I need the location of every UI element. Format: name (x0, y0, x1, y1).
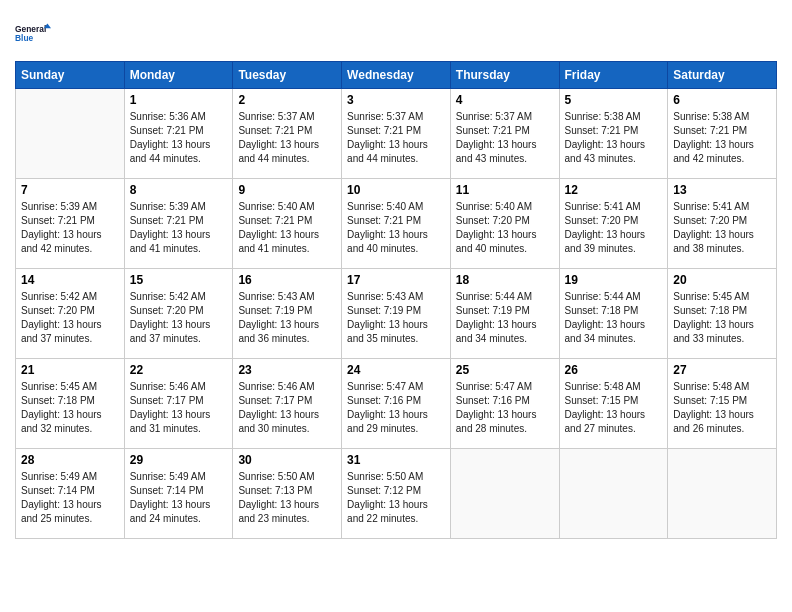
calendar-cell: 14Sunrise: 5:42 AM Sunset: 7:20 PM Dayli… (16, 269, 125, 359)
day-info: Sunrise: 5:39 AM Sunset: 7:21 PM Dayligh… (21, 200, 119, 256)
calendar-cell: 6Sunrise: 5:38 AM Sunset: 7:21 PM Daylig… (668, 89, 777, 179)
day-info: Sunrise: 5:50 AM Sunset: 7:13 PM Dayligh… (238, 470, 336, 526)
day-number: 22 (130, 363, 228, 377)
day-number: 11 (456, 183, 554, 197)
day-info: Sunrise: 5:45 AM Sunset: 7:18 PM Dayligh… (21, 380, 119, 436)
calendar-cell: 23Sunrise: 5:46 AM Sunset: 7:17 PM Dayli… (233, 359, 342, 449)
day-info: Sunrise: 5:47 AM Sunset: 7:16 PM Dayligh… (347, 380, 445, 436)
calendar-cell: 7Sunrise: 5:39 AM Sunset: 7:21 PM Daylig… (16, 179, 125, 269)
calendar-cell: 13Sunrise: 5:41 AM Sunset: 7:20 PM Dayli… (668, 179, 777, 269)
day-info: Sunrise: 5:37 AM Sunset: 7:21 PM Dayligh… (238, 110, 336, 166)
day-info: Sunrise: 5:49 AM Sunset: 7:14 PM Dayligh… (21, 470, 119, 526)
day-number: 3 (347, 93, 445, 107)
day-number: 7 (21, 183, 119, 197)
day-number: 28 (21, 453, 119, 467)
calendar-cell: 22Sunrise: 5:46 AM Sunset: 7:17 PM Dayli… (124, 359, 233, 449)
calendar-cell: 17Sunrise: 5:43 AM Sunset: 7:19 PM Dayli… (342, 269, 451, 359)
day-number: 31 (347, 453, 445, 467)
day-number: 17 (347, 273, 445, 287)
calendar-cell: 21Sunrise: 5:45 AM Sunset: 7:18 PM Dayli… (16, 359, 125, 449)
day-number: 6 (673, 93, 771, 107)
calendar-cell (559, 449, 668, 539)
calendar-cell: 9Sunrise: 5:40 AM Sunset: 7:21 PM Daylig… (233, 179, 342, 269)
calendar-cell: 16Sunrise: 5:43 AM Sunset: 7:19 PM Dayli… (233, 269, 342, 359)
calendar-cell: 11Sunrise: 5:40 AM Sunset: 7:20 PM Dayli… (450, 179, 559, 269)
weekday-header-tuesday: Tuesday (233, 62, 342, 89)
day-number: 13 (673, 183, 771, 197)
weekday-header-saturday: Saturday (668, 62, 777, 89)
day-info: Sunrise: 5:40 AM Sunset: 7:20 PM Dayligh… (456, 200, 554, 256)
calendar-cell: 8Sunrise: 5:39 AM Sunset: 7:21 PM Daylig… (124, 179, 233, 269)
day-info: Sunrise: 5:37 AM Sunset: 7:21 PM Dayligh… (456, 110, 554, 166)
week-row-4: 21Sunrise: 5:45 AM Sunset: 7:18 PM Dayli… (16, 359, 777, 449)
weekday-header-friday: Friday (559, 62, 668, 89)
day-info: Sunrise: 5:48 AM Sunset: 7:15 PM Dayligh… (673, 380, 771, 436)
calendar-cell: 15Sunrise: 5:42 AM Sunset: 7:20 PM Dayli… (124, 269, 233, 359)
day-info: Sunrise: 5:44 AM Sunset: 7:18 PM Dayligh… (565, 290, 663, 346)
calendar-cell (668, 449, 777, 539)
day-info: Sunrise: 5:44 AM Sunset: 7:19 PM Dayligh… (456, 290, 554, 346)
calendar-cell: 31Sunrise: 5:50 AM Sunset: 7:12 PM Dayli… (342, 449, 451, 539)
day-info: Sunrise: 5:37 AM Sunset: 7:21 PM Dayligh… (347, 110, 445, 166)
calendar-cell: 10Sunrise: 5:40 AM Sunset: 7:21 PM Dayli… (342, 179, 451, 269)
day-number: 8 (130, 183, 228, 197)
day-info: Sunrise: 5:49 AM Sunset: 7:14 PM Dayligh… (130, 470, 228, 526)
day-number: 27 (673, 363, 771, 377)
day-number: 14 (21, 273, 119, 287)
day-number: 23 (238, 363, 336, 377)
day-info: Sunrise: 5:43 AM Sunset: 7:19 PM Dayligh… (347, 290, 445, 346)
day-info: Sunrise: 5:38 AM Sunset: 7:21 PM Dayligh… (565, 110, 663, 166)
day-number: 10 (347, 183, 445, 197)
day-number: 9 (238, 183, 336, 197)
calendar-cell: 1Sunrise: 5:36 AM Sunset: 7:21 PM Daylig… (124, 89, 233, 179)
day-number: 24 (347, 363, 445, 377)
weekday-header-thursday: Thursday (450, 62, 559, 89)
calendar-cell: 19Sunrise: 5:44 AM Sunset: 7:18 PM Dayli… (559, 269, 668, 359)
calendar-cell: 30Sunrise: 5:50 AM Sunset: 7:13 PM Dayli… (233, 449, 342, 539)
day-info: Sunrise: 5:40 AM Sunset: 7:21 PM Dayligh… (347, 200, 445, 256)
day-number: 19 (565, 273, 663, 287)
calendar-cell: 26Sunrise: 5:48 AM Sunset: 7:15 PM Dayli… (559, 359, 668, 449)
week-row-1: 1Sunrise: 5:36 AM Sunset: 7:21 PM Daylig… (16, 89, 777, 179)
weekday-header-monday: Monday (124, 62, 233, 89)
day-number: 5 (565, 93, 663, 107)
calendar-cell: 18Sunrise: 5:44 AM Sunset: 7:19 PM Dayli… (450, 269, 559, 359)
day-number: 18 (456, 273, 554, 287)
week-row-3: 14Sunrise: 5:42 AM Sunset: 7:20 PM Dayli… (16, 269, 777, 359)
day-number: 25 (456, 363, 554, 377)
svg-text:Blue: Blue (15, 33, 34, 43)
logo-svg: General Blue (15, 15, 51, 51)
week-row-5: 28Sunrise: 5:49 AM Sunset: 7:14 PM Dayli… (16, 449, 777, 539)
calendar-cell: 5Sunrise: 5:38 AM Sunset: 7:21 PM Daylig… (559, 89, 668, 179)
day-info: Sunrise: 5:39 AM Sunset: 7:21 PM Dayligh… (130, 200, 228, 256)
calendar-table: SundayMondayTuesdayWednesdayThursdayFrid… (15, 61, 777, 539)
day-info: Sunrise: 5:40 AM Sunset: 7:21 PM Dayligh… (238, 200, 336, 256)
day-info: Sunrise: 5:41 AM Sunset: 7:20 PM Dayligh… (673, 200, 771, 256)
day-number: 30 (238, 453, 336, 467)
day-info: Sunrise: 5:43 AM Sunset: 7:19 PM Dayligh… (238, 290, 336, 346)
day-number: 21 (21, 363, 119, 377)
day-info: Sunrise: 5:46 AM Sunset: 7:17 PM Dayligh… (130, 380, 228, 436)
day-number: 16 (238, 273, 336, 287)
day-number: 12 (565, 183, 663, 197)
day-info: Sunrise: 5:50 AM Sunset: 7:12 PM Dayligh… (347, 470, 445, 526)
calendar-cell: 12Sunrise: 5:41 AM Sunset: 7:20 PM Dayli… (559, 179, 668, 269)
day-number: 20 (673, 273, 771, 287)
page-header: General Blue (15, 15, 777, 51)
calendar-cell (450, 449, 559, 539)
calendar-cell: 24Sunrise: 5:47 AM Sunset: 7:16 PM Dayli… (342, 359, 451, 449)
day-info: Sunrise: 5:38 AM Sunset: 7:21 PM Dayligh… (673, 110, 771, 166)
calendar-cell: 20Sunrise: 5:45 AM Sunset: 7:18 PM Dayli… (668, 269, 777, 359)
svg-text:General: General (15, 24, 46, 34)
day-number: 4 (456, 93, 554, 107)
day-number: 29 (130, 453, 228, 467)
day-info: Sunrise: 5:36 AM Sunset: 7:21 PM Dayligh… (130, 110, 228, 166)
day-info: Sunrise: 5:42 AM Sunset: 7:20 PM Dayligh… (130, 290, 228, 346)
day-info: Sunrise: 5:48 AM Sunset: 7:15 PM Dayligh… (565, 380, 663, 436)
calendar-cell: 3Sunrise: 5:37 AM Sunset: 7:21 PM Daylig… (342, 89, 451, 179)
calendar-cell: 25Sunrise: 5:47 AM Sunset: 7:16 PM Dayli… (450, 359, 559, 449)
logo: General Blue (15, 15, 51, 51)
calendar-cell: 27Sunrise: 5:48 AM Sunset: 7:15 PM Dayli… (668, 359, 777, 449)
day-number: 15 (130, 273, 228, 287)
day-info: Sunrise: 5:41 AM Sunset: 7:20 PM Dayligh… (565, 200, 663, 256)
